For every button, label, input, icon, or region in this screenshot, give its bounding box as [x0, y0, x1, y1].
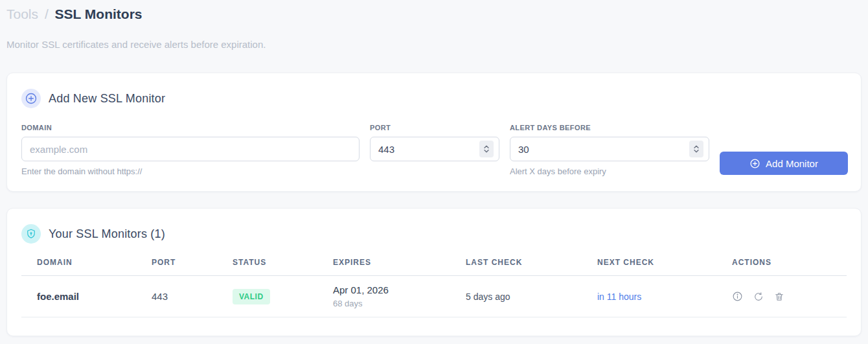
- port-label: PORT: [370, 124, 499, 132]
- info-button[interactable]: [732, 291, 743, 302]
- monitors-table: DOMAIN PORT STATUS EXPIRES LAST CHECK NE…: [21, 253, 847, 317]
- col-header-domain: DOMAIN: [21, 258, 136, 267]
- alert-days-label: ALERT DAYS BEFORE: [510, 124, 709, 132]
- submit-column: Add Monitor: [720, 124, 848, 175]
- add-monitor-card-title: Add New SSL Monitor: [49, 92, 165, 106]
- add-monitor-button-label: Add Monitor: [766, 158, 818, 169]
- cell-domain: foe.email: [21, 291, 136, 302]
- port-input-wrap: [370, 137, 499, 161]
- refresh-button[interactable]: [753, 292, 764, 302]
- cell-status: VALID: [217, 289, 317, 304]
- port-field-group: PORT: [370, 124, 499, 161]
- monitors-list-card: Your SSL Monitors (1) DOMAIN PORT STATUS…: [6, 208, 862, 336]
- alert-days-helper-text: Alert X days before expiry: [510, 166, 709, 176]
- shield-icon: [21, 224, 41, 244]
- page-title: SSL Monitors: [55, 6, 143, 21]
- add-monitor-card: Add New SSL Monitor DOMAIN Enter the dom…: [6, 73, 862, 192]
- expires-date: Apr 01, 2026: [333, 284, 450, 295]
- status-badge: VALID: [233, 289, 270, 304]
- col-header-actions: ACTIONS: [716, 258, 847, 267]
- expires-days-remaining: 68 days: [333, 299, 450, 308]
- table-header-row: DOMAIN PORT STATUS EXPIRES LAST CHECK NE…: [21, 253, 847, 276]
- cell-next-check: in 11 hours: [582, 292, 716, 302]
- page-subtitle: Monitor SSL certificates and receive ale…: [6, 39, 862, 50]
- domain-helper-text: Enter the domain without https://: [21, 166, 360, 176]
- col-header-next-check: NEXT CHECK: [582, 258, 716, 267]
- cell-port: 443: [136, 291, 217, 302]
- col-header-expires: EXPIRES: [317, 258, 450, 267]
- breadcrumb: Tools / SSL Monitors: [6, 5, 862, 23]
- plus-circle-icon: [21, 89, 41, 108]
- alert-days-input-wrap: [510, 137, 709, 161]
- plus-circle-icon: [749, 158, 760, 169]
- info-icon: [732, 291, 743, 302]
- breadcrumb-separator: /: [42, 6, 51, 21]
- domain-input[interactable]: [22, 137, 359, 161]
- col-header-status: STATUS: [217, 258, 317, 267]
- monitors-card-title: Your SSL Monitors (1): [49, 227, 165, 241]
- add-monitor-card-header: Add New SSL Monitor: [21, 89, 847, 108]
- alert-days-input[interactable]: [510, 137, 709, 161]
- alert-days-stepper[interactable]: [689, 141, 703, 157]
- cell-last-check: 5 days ago: [450, 292, 582, 302]
- cell-expires: Apr 01, 2026 68 days: [317, 284, 450, 308]
- domain-label: DOMAIN: [21, 124, 360, 132]
- ssl-monitors-page: Tools / SSL Monitors Monitor SSL certifi…: [0, 0, 868, 336]
- delete-button[interactable]: [774, 292, 784, 302]
- port-stepper[interactable]: [479, 141, 494, 157]
- domain-input-wrap: [21, 137, 360, 161]
- trash-icon: [774, 292, 784, 302]
- col-header-port: PORT: [136, 258, 217, 267]
- add-monitor-form: DOMAIN Enter the domain without https://…: [21, 124, 847, 176]
- monitors-card-header: Your SSL Monitors (1): [21, 224, 847, 244]
- breadcrumb-tools-link[interactable]: Tools: [6, 6, 38, 21]
- add-monitor-button[interactable]: Add Monitor: [720, 152, 848, 175]
- domain-field-group: DOMAIN Enter the domain without https://: [21, 124, 360, 176]
- refresh-icon: [753, 292, 764, 302]
- col-header-last-check: LAST CHECK: [450, 258, 582, 267]
- cell-actions: [716, 291, 847, 302]
- table-row: foe.email 443 VALID Apr 01, 2026 68 days…: [21, 276, 847, 317]
- alert-days-field-group: ALERT DAYS BEFORE Alert X days before ex…: [510, 124, 709, 176]
